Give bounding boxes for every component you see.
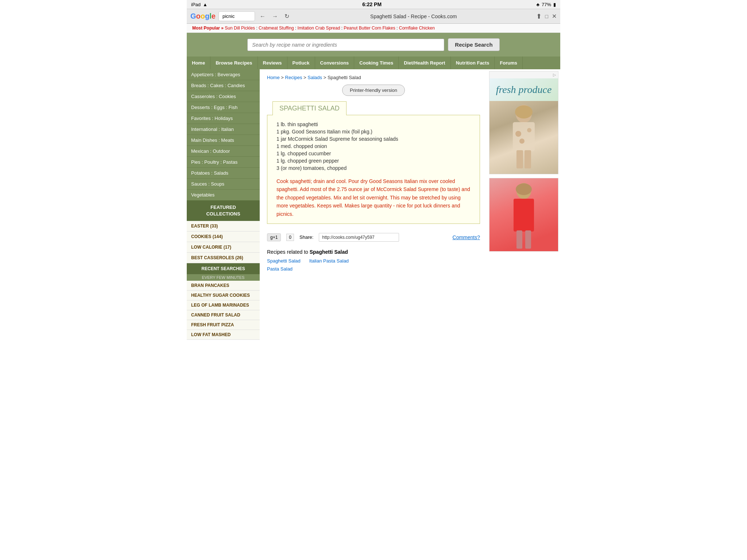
ingredient-3: 1 jar McCormick Salad Supreme for season… bbox=[276, 135, 471, 143]
popular-link-1[interactable]: Sun Dill Pickles bbox=[225, 26, 255, 31]
recent-item-2[interactable]: HEALTHY SUGAR COOKIES bbox=[187, 291, 260, 300]
sidebar-item-favorites[interactable]: Favorites : Holidays bbox=[187, 113, 260, 124]
related-recipe-name: Spaghetti Salad bbox=[310, 249, 348, 255]
printer-button[interactable]: Printer-friendly version bbox=[342, 85, 405, 96]
popular-link-5[interactable]: Cornflake Chicken bbox=[399, 26, 435, 31]
device-label: iPad bbox=[191, 2, 201, 7]
related-section: Recipes related to Spaghetti Salad Spagh… bbox=[267, 249, 480, 272]
content-area: Appetizers : Beverages Breads : Cakes : … bbox=[187, 69, 560, 340]
ingredient-7: 3 (or more) tomatoes, chopped bbox=[276, 164, 471, 172]
tabs-icon[interactable]: □ bbox=[545, 13, 548, 19]
ad-indicator-1: ▷ bbox=[553, 73, 556, 77]
svg-point-2 bbox=[515, 105, 533, 118]
share-url-input[interactable] bbox=[319, 233, 399, 242]
comments-link[interactable]: Comments? bbox=[453, 234, 480, 240]
breadcrumb-home[interactable]: Home bbox=[267, 75, 280, 80]
popular-bar: Most Popular » Sun Dill Pickles : Crabme… bbox=[187, 24, 560, 33]
collection-best-casseroles[interactable]: BEST CASSEROLES (26) bbox=[187, 253, 260, 263]
sidebar-item-pies[interactable]: Pies : Poultry : Pastas bbox=[187, 157, 260, 168]
browser-actions: ⬆ □ ✕ bbox=[536, 12, 557, 20]
popular-link-2[interactable]: Crabmeat Stuffing bbox=[259, 26, 294, 31]
sidebar-item-casseroles[interactable]: Casseroles : Cookies bbox=[187, 91, 260, 102]
popular-label: Most Popular » bbox=[192, 26, 224, 31]
gplus-count: 0 bbox=[286, 234, 294, 241]
sidebar-item-international[interactable]: International : Italian bbox=[187, 124, 260, 135]
nav-conversions[interactable]: Conversions bbox=[315, 57, 355, 69]
ingredient-4: 1 med. chopped onion bbox=[276, 143, 471, 150]
recent-item-3[interactable]: LEG OF LAMB MARINADES bbox=[187, 300, 260, 310]
related-link-3[interactable]: Pasta Salad bbox=[267, 266, 293, 272]
battery-label: 77% bbox=[542, 2, 551, 7]
collection-low-calorie[interactable]: LOW CALORIE (17) bbox=[187, 242, 260, 253]
nav-forums[interactable]: Forums bbox=[495, 57, 523, 69]
nav-potluck[interactable]: Potluck bbox=[287, 57, 315, 69]
ad-box-2 bbox=[489, 178, 558, 252]
status-right: ♣ 77% ▮ bbox=[536, 2, 556, 7]
close-icon[interactable]: ✕ bbox=[552, 13, 557, 20]
nav-home[interactable]: Home bbox=[187, 57, 210, 69]
recent-item-5[interactable]: FRESH FRUIT PIZZA bbox=[187, 320, 260, 330]
main-content: Home > Recipes > Salads > Spaghetti Sala… bbox=[260, 69, 487, 340]
ingredient-2: 1 pkg. Good Seasons Italian mix (foil pk… bbox=[276, 128, 471, 135]
recent-item-6[interactable]: LOW FAT MASHED bbox=[187, 330, 260, 340]
ad-column: ▷ fresh produce bbox=[487, 69, 560, 340]
gplus-button[interactable]: g+1 bbox=[267, 233, 281, 241]
popular-link-4[interactable]: Peanut Butter Corn Flakes bbox=[344, 26, 395, 31]
related-link-1[interactable]: Spaghetti Salad bbox=[267, 258, 301, 264]
sidebar-item-main-dishes[interactable]: Main Dishes : Meats bbox=[187, 135, 260, 146]
nav-diet-health[interactable]: Diet/Health Report bbox=[399, 57, 450, 69]
ad-image-woman2 bbox=[489, 178, 558, 251]
wifi-icon: ▲ bbox=[203, 2, 208, 7]
sidebar-item-breads[interactable]: Breads : Cakes : Candies bbox=[187, 80, 260, 91]
related-links: Spaghetti Salad Italian Pasta Salad bbox=[267, 258, 480, 264]
sidebar-item-vegetables[interactable]: Vegetables bbox=[187, 190, 260, 201]
svg-rect-1 bbox=[513, 122, 535, 151]
svg-point-4 bbox=[527, 128, 531, 132]
popular-link-3[interactable]: Imitation Crab Spread bbox=[298, 26, 340, 31]
nav-browse[interactable]: Browse Recipes bbox=[210, 57, 258, 69]
url-input[interactable] bbox=[218, 11, 255, 21]
related-link-2[interactable]: Italian Pasta Salad bbox=[309, 258, 349, 264]
time-display: 6:22 PM bbox=[362, 1, 382, 7]
svg-point-3 bbox=[515, 131, 521, 137]
search-input[interactable] bbox=[247, 39, 444, 51]
breadcrumb: Home > Recipes > Salads > Spaghetti Sala… bbox=[267, 75, 480, 80]
featured-collections-header: FEATUREDCOLLECTIONS bbox=[187, 201, 260, 221]
page-title: Spaghetti Salad - Recipe - Cooks.com bbox=[294, 13, 533, 19]
recent-item-1[interactable]: BRAN PANCAKES bbox=[187, 281, 260, 291]
related-heading: Recipes related to Spaghetti Salad bbox=[267, 249, 480, 255]
forward-button[interactable]: → bbox=[270, 12, 280, 20]
sidebar-item-sauces[interactable]: Sauces : Soups bbox=[187, 179, 260, 190]
status-left: iPad ▲ bbox=[191, 2, 208, 7]
bluetooth-icon: ♣ bbox=[536, 2, 539, 7]
back-button[interactable]: ← bbox=[258, 12, 267, 20]
recent-searches-header: RECENT SEARCHES bbox=[187, 263, 260, 274]
collection-easter[interactable]: EASTER (33) bbox=[187, 221, 260, 232]
breadcrumb-salads[interactable]: Salads bbox=[307, 75, 322, 80]
recent-item-4[interactable]: CANNED FRUIT SALAD bbox=[187, 310, 260, 320]
share-icon[interactable]: ⬆ bbox=[536, 12, 542, 20]
sidebar-item-mexican[interactable]: Mexican : Outdoor bbox=[187, 146, 260, 157]
sidebar-item-desserts[interactable]: Desserts : Eggs : Fish bbox=[187, 102, 260, 113]
battery-icon: ▮ bbox=[553, 2, 556, 7]
svg-point-12 bbox=[516, 183, 532, 195]
share-label: Share: bbox=[299, 234, 313, 240]
nav-reviews[interactable]: Reviews bbox=[258, 57, 287, 69]
svg-point-5 bbox=[519, 139, 525, 144]
collection-cookies[interactable]: COOKIES (144) bbox=[187, 232, 260, 242]
status-bar: iPad ▲ 6:22 PM ♣ 77% ▮ bbox=[187, 0, 560, 9]
sidebar-item-appetizers[interactable]: Appetizers : Beverages bbox=[187, 69, 260, 80]
sidebar: Appetizers : Beverages Breads : Cakes : … bbox=[187, 69, 260, 340]
svg-rect-10 bbox=[516, 230, 522, 249]
fresh-produce-text: fresh produce bbox=[489, 78, 558, 101]
breadcrumb-recipes[interactable]: Recipes bbox=[285, 75, 302, 80]
nav-cooking-times[interactable]: Cooking Times bbox=[354, 57, 399, 69]
sidebar-item-potatoes[interactable]: Potatoes : Salads bbox=[187, 168, 260, 179]
search-button[interactable]: Recipe Search bbox=[448, 38, 499, 51]
ad-image-woman1 bbox=[489, 101, 558, 174]
svg-rect-9 bbox=[514, 199, 534, 232]
ingredient-5: 1 lg. chopped cucumber bbox=[276, 150, 471, 157]
nav-nutrition[interactable]: Nutrition Facts bbox=[451, 57, 495, 69]
svg-rect-7 bbox=[525, 150, 531, 168]
refresh-button[interactable]: ↻ bbox=[283, 12, 291, 20]
